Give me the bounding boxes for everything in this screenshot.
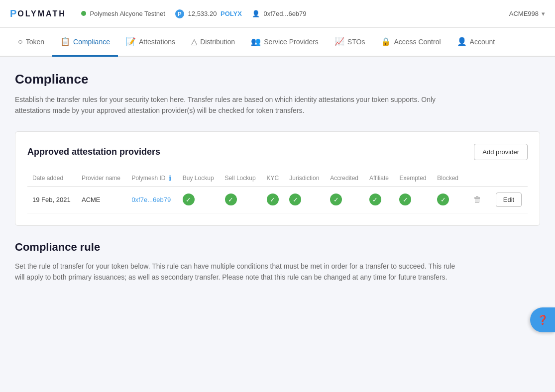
accredited-check: ✓ bbox=[330, 194, 342, 205]
jurisdiction-check: ✓ bbox=[289, 194, 301, 205]
row-affiliate: ✓ bbox=[364, 186, 395, 213]
logo-label: OLYMATH bbox=[17, 9, 66, 18]
col-accredited: Accredited bbox=[325, 170, 364, 187]
row-buy-lockup: ✓ bbox=[178, 186, 220, 213]
table-row: 19 Feb, 2021 ACME 0xf7e...6eb79 ✓ ✓ bbox=[27, 186, 528, 213]
col-edit bbox=[491, 170, 528, 187]
row-delete: 🗑 bbox=[464, 186, 491, 213]
compliance-rule-title: Compliance rule bbox=[15, 241, 540, 254]
network-status: Polymesh Alcyone Testnet bbox=[81, 10, 165, 17]
buy-lockup-check: ✓ bbox=[183, 194, 195, 205]
user-address: 👤 0xf7ed...6eb79 bbox=[252, 10, 307, 17]
access-control-icon: 🔒 bbox=[381, 37, 391, 46]
row-blocked: ✓ bbox=[432, 186, 464, 213]
col-blocked: Blocked bbox=[432, 170, 464, 187]
compliance-rule-section: Compliance rule Set the rule of transfer… bbox=[15, 241, 540, 283]
row-date: 19 Feb, 2021 bbox=[27, 186, 77, 213]
nav-item-distribution[interactable]: △ Distribution bbox=[183, 28, 243, 57]
col-sell-lockup: Sell Lockup bbox=[220, 170, 262, 187]
topbar-info: Polymesh Alcyone Testnet P 12,533.20 POL… bbox=[81, 9, 545, 18]
table-header-row: Date added Provider name Polymesh ID ℹ B… bbox=[27, 170, 528, 187]
navbar: ○ Token 📋 Compliance 📝 Attestations △ Di… bbox=[0, 28, 555, 57]
affiliate-check: ✓ bbox=[369, 194, 381, 205]
stos-icon: 📈 bbox=[334, 37, 344, 46]
topbar: P OLYMATH Polymesh Alcyone Testnet P 12,… bbox=[0, 0, 555, 28]
account-icon: 👤 bbox=[457, 37, 467, 46]
add-provider-button[interactable]: Add provider bbox=[474, 144, 528, 160]
exempted-check: ✓ bbox=[399, 194, 411, 205]
logo-icon: P bbox=[10, 8, 17, 19]
col-exempted: Exempted bbox=[394, 170, 432, 187]
polymesh-id-info-icon[interactable]: ℹ bbox=[169, 174, 171, 182]
compliance-icon: 📋 bbox=[60, 37, 70, 46]
row-accredited: ✓ bbox=[325, 186, 364, 213]
row-exempted: ✓ bbox=[394, 186, 432, 213]
dropdown-arrow-icon: ▾ bbox=[542, 10, 545, 17]
kyc-check: ✓ bbox=[267, 194, 279, 205]
row-jurisdiction: ✓ bbox=[284, 186, 325, 213]
page-description: Establish the transfer rules for your se… bbox=[15, 94, 463, 116]
balance-display: P 12,533.20 POLYX bbox=[175, 9, 242, 18]
service-providers-icon: 👥 bbox=[251, 37, 261, 46]
col-actions bbox=[464, 170, 491, 187]
row-edit: Edit bbox=[491, 186, 528, 213]
compliance-rule-description: Set the rule of transfer for your token … bbox=[15, 261, 463, 283]
row-kyc: ✓ bbox=[262, 186, 285, 213]
token-icon: ○ bbox=[18, 37, 23, 46]
nav-item-access-control[interactable]: 🔒 Access Control bbox=[373, 28, 448, 57]
nav-item-compliance[interactable]: 📋 Compliance bbox=[52, 28, 118, 57]
page-title: Compliance bbox=[15, 72, 540, 87]
nav-item-account[interactable]: 👤 Account bbox=[449, 28, 503, 57]
account-name: ACME998 bbox=[509, 10, 539, 17]
polyx-icon: P bbox=[175, 9, 184, 18]
attestations-icon: 📝 bbox=[126, 37, 136, 46]
account-section[interactable]: ACME998 ▾ bbox=[509, 10, 545, 17]
sell-lockup-check: ✓ bbox=[225, 194, 237, 205]
row-sell-lockup: ✓ bbox=[220, 186, 262, 213]
col-polymesh-id: Polymesh ID ℹ bbox=[126, 170, 177, 187]
row-provider: ACME bbox=[77, 186, 126, 213]
col-provider-name: Provider name bbox=[77, 170, 126, 187]
card-header: Approved attestation providers Add provi… bbox=[27, 144, 528, 160]
nav-item-attestations[interactable]: 📝 Attestations bbox=[118, 28, 183, 57]
card-title: Approved attestation providers bbox=[27, 147, 160, 157]
nav-item-token[interactable]: ○ Token bbox=[10, 28, 52, 57]
col-date-added: Date added bbox=[27, 170, 77, 187]
edit-button[interactable]: Edit bbox=[496, 193, 522, 207]
attestation-providers-card: Approved attestation providers Add provi… bbox=[15, 131, 540, 226]
user-icon: 👤 bbox=[252, 10, 260, 17]
attestation-table: Date added Provider name Polymesh ID ℹ B… bbox=[27, 170, 528, 213]
nav-item-service-providers[interactable]: 👥 Service Providers bbox=[243, 28, 327, 57]
delete-button[interactable]: 🗑 bbox=[469, 193, 485, 206]
nav-item-stos[interactable]: 📈 STOs bbox=[327, 28, 373, 57]
logo: P OLYMATH bbox=[10, 8, 66, 19]
blocked-check: ✓ bbox=[437, 194, 449, 205]
network-dot bbox=[81, 11, 86, 16]
col-jurisdiction: Jurisdiction bbox=[284, 170, 325, 187]
distribution-icon: △ bbox=[191, 37, 197, 46]
row-polymesh-id: 0xf7e...6eb79 bbox=[126, 186, 177, 213]
col-kyc: KYC bbox=[262, 170, 285, 187]
col-affiliate: Affiliate bbox=[364, 170, 395, 187]
main-content: Compliance Establish the transfer rules … bbox=[0, 57, 555, 298]
col-buy-lockup: Buy Lockup bbox=[178, 170, 220, 187]
